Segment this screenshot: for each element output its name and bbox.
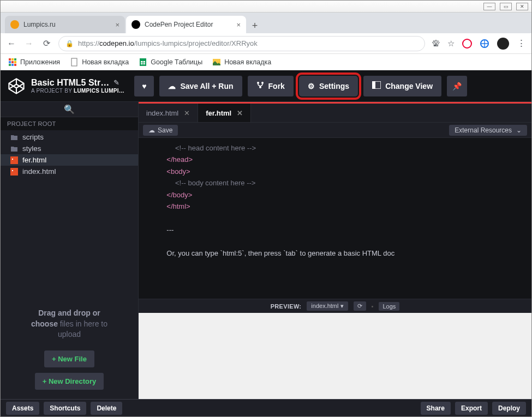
bookmark-label: Приложения [20,58,60,66]
bookmark-item[interactable]: Новая вкладка [212,58,271,67]
browser-tab[interactable]: CodePen Project Editor × [126,16,246,33]
close-icon[interactable]: × [236,21,241,29]
logs-button[interactable]: Logs [379,302,399,311]
svg-rect-20 [10,156,18,164]
delete-button[interactable]: Delete [91,402,122,415]
fork-icon [256,81,264,90]
browser-toolbar: ← → ⟳ 🔒 https://codepen.io/lumpics-lumpi… [1,33,531,54]
node-label: styles [22,144,41,153]
bookmark-label: Google Таблицы [151,58,202,66]
menu-icon[interactable]: ⋮ [517,38,526,49]
favicon-icon [10,20,19,29]
file-sidebar: 🔍 PROJECT ROOT scripts styles fer.html i… [1,102,139,399]
svg-rect-21 [10,168,18,176]
back-button[interactable]: ← [6,38,17,49]
file-tab[interactable]: fer.html✕ [198,104,251,122]
editor-column: index.html✕ fer.html✕ ☁Save External Res… [139,102,531,399]
chevron-down-icon: ⌄ [516,126,522,134]
browser-tab[interactable]: Lumpics.ru × [5,16,125,33]
app-header: Basic HTML5 Str… ✎ A PROJECT BY Lumpics … [1,70,531,102]
new-file-button[interactable]: + New File [44,350,94,367]
heart-icon: ♥ [142,82,146,90]
apps-icon [8,58,17,67]
edit-icon[interactable]: ✎ [113,78,119,87]
new-tab-button[interactable]: + [247,18,262,33]
bookmark-item[interactable]: Google Таблицы [139,58,202,67]
sheets-icon [139,58,147,67]
project-author: A PROJECT BY Lumpics Lumpi… [31,88,124,94]
bookmark-item[interactable]: Новая вкладка [70,58,129,67]
project-root-label: PROJECT ROOT [1,117,138,130]
node-label: index.html [22,167,56,176]
refresh-preview-button[interactable]: ⟳ [354,301,366,311]
bookmark-apps[interactable]: Приложения [8,58,60,67]
share-button[interactable]: Share [421,402,451,415]
layout-icon [372,81,381,90]
svg-rect-9 [11,64,14,66]
like-button[interactable]: ♥ [134,76,154,96]
file-tree: scripts styles fer.html index.html [1,130,138,178]
app-body: 🔍 PROJECT ROOT scripts styles fer.html i… [1,102,531,399]
cloud-icon: ☁ [168,82,176,90]
folder-node[interactable]: styles [1,143,138,154]
globe-icon[interactable] [480,39,489,49]
folder-icon [10,134,18,141]
preview-file-select[interactable]: index.html ▾ [307,301,348,311]
file-node[interactable]: index.html [1,166,138,177]
close-icon[interactable]: × [115,21,119,29]
svg-rect-7 [14,61,16,63]
bookmarks-bar: Приложения Новая вкладка Google Таблицы … [1,54,531,70]
node-label: scripts [22,133,44,141]
deploy-button[interactable]: Deploy [492,402,526,415]
address-bar[interactable]: 🔒 https://codepen.io/lumpics-lumpics/pro… [58,36,425,51]
window-maximize-button[interactable]: ▭ [500,3,512,10]
settings-button[interactable]: ⚙Settings [299,76,358,96]
svg-point-15 [257,82,259,84]
editor-toolbar: ☁Save External Resources⌄ [139,123,531,138]
pin-button[interactable]: 📌 [447,76,467,96]
translate-icon[interactable]: 🨁 [432,39,440,48]
star-icon[interactable]: ☆ [447,39,455,49]
code-editor[interactable]: <!-- head content here --> </head> <body… [139,138,531,299]
opera-icon[interactable] [462,39,472,49]
drop-zone[interactable]: Drag and drop or choose files in here to… [1,299,138,399]
dot-separator: • [372,303,374,310]
bookmark-label: Новая вкладка [82,58,129,66]
file-node[interactable]: fer.html [1,154,138,166]
new-directory-button[interactable]: + New Directory [35,373,104,390]
reload-button[interactable]: ⟳ [41,38,52,49]
svg-point-0 [463,39,471,48]
codepen-app: Basic HTML5 Str… ✎ A PROJECT BY Lumpics … [1,70,531,416]
file-tab[interactable]: index.html✕ [139,104,198,122]
svg-rect-4 [14,58,16,61]
change-view-button[interactable]: Change View [363,76,441,96]
file-tabs: index.html✕ fer.html✕ [139,102,531,123]
close-icon[interactable]: ✕ [237,109,243,117]
sidebar-search[interactable]: 🔍 [1,102,138,117]
external-resources-button[interactable]: External Resources⌄ [449,125,527,136]
svg-rect-11 [71,58,77,66]
forward-button[interactable]: → [23,38,34,49]
svg-rect-5 [9,61,11,63]
project-title: Basic HTML5 Str… [31,77,109,88]
browser-tab-title: CodePen Project Editor [145,21,213,28]
url-text: https://codepen.io/lumpics-lumpics/proje… [78,39,258,47]
save-button[interactable]: ☁Save [143,125,178,136]
assets-button[interactable]: Assets [6,402,39,415]
svg-rect-10 [14,64,16,66]
cloud-icon: ☁ [148,126,155,134]
fork-button[interactable]: Fork [248,76,294,96]
file-tab-label: fer.html [206,109,231,117]
svg-rect-8 [9,64,11,66]
window-close-button[interactable]: ✕ [516,3,528,10]
window-minimize-button[interactable]: — [483,3,495,10]
export-button[interactable]: Export [455,402,488,415]
lock-icon: 🔒 [65,40,74,47]
folder-node[interactable]: scripts [1,131,138,143]
page-icon [70,58,79,67]
close-icon[interactable]: ✕ [184,109,190,117]
shortcuts-button[interactable]: Shortcuts [44,402,86,415]
svg-rect-6 [11,61,14,63]
save-run-button[interactable]: ☁Save All + Run [159,76,242,96]
profile-avatar[interactable] [497,38,509,50]
